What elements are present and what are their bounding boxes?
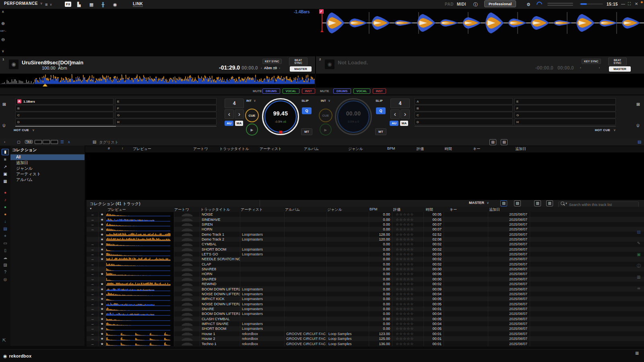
preview-monitor-icon[interactable]: ▢ [17,140,21,144]
load-arrow-icon[interactable]: → [91,257,94,261]
load-arrow-icon[interactable]: → [91,337,94,341]
playlist-icon[interactable]: ≡ [2,157,8,162]
track-star-cell[interactable]: ★ [99,336,106,341]
deck1-beat-jump-size[interactable]: 4 [225,99,244,108]
taglist-column-4[interactable]: アーティスト [260,146,282,152]
deck1-quantize-button[interactable]: Q [302,107,312,114]
track-star-cell[interactable]: ★ [99,306,106,311]
track-row[interactable]: →★SINEWAVE0.00☆☆☆☆☆00:052025/08/07 [87,217,644,222]
load-arrow-icon[interactable]: → [91,227,94,231]
load-arrow-icon[interactable]: → [91,317,94,321]
track-arrow-cell[interactable]: → [87,257,99,261]
star-icon[interactable]: ★ [100,218,103,222]
load-arrow-icon[interactable]: → [91,272,94,276]
rating-stars[interactable]: ☆☆☆☆☆ [396,267,414,271]
track-star-cell[interactable]: ★ [99,296,106,301]
deck2-auto-mode-button[interactable]: AU [390,121,398,126]
deck1-mute-label[interactable]: MUTE [253,89,262,93]
lyrics-icon[interactable]: ▣ [636,252,642,257]
track-arrow-cell[interactable]: → [87,262,99,267]
track-row[interactable]: →★CLASH CYMBAL0.00☆☆☆☆☆00:052025/08/07 [87,317,644,321]
deck1-stem-inst-button[interactable]: INST [302,88,315,94]
sidebar-item-4[interactable]: アルバム [10,177,85,183]
deck1-jog-wheel[interactable]: 99.45 -0.5% ±6 [262,98,299,135]
track-row[interactable]: →★BOOM DOWN LIFTER1Loopmasters0.00☆☆☆☆☆0… [87,311,644,316]
hotcue-slot-E[interactable]: E [115,98,217,105]
tree-title[interactable]: コレクション [10,146,85,154]
taglist-view-2-icon[interactable]: ▤ [501,139,508,145]
taglist-column-3[interactable]: トラックタイトル [219,146,249,152]
deck2-beat-sync-button[interactable]: BEATSYNC [608,58,627,66]
deck2-beat-jump-size[interactable]: 4 [390,99,410,108]
list-view-icon[interactable]: ☰ [60,140,64,144]
rating-stars[interactable]: ☆☆☆☆☆ [396,337,414,341]
star-icon[interactable]: ★ [100,252,103,256]
track-arrow-cell[interactable]: → [87,296,99,301]
track-arrow-cell[interactable]: → [87,321,99,326]
track-row[interactable]: →★HORN0.00☆☆☆☆☆00:072025/08/07 [87,227,644,232]
tag-filter-button[interactable]: TAG [25,140,33,144]
rating-stars[interactable]: ☆☆☆☆☆ [396,287,414,291]
edit-icon[interactable]: ↗ [2,164,8,170]
sidebar-item-1[interactable]: 追加日 [10,160,85,166]
track-row[interactable]: →★House 2rekordboxGROOVE CIRCUIT FACLoop… [87,336,644,341]
track-star-cell[interactable]: ★ [99,217,106,222]
track-arrow-cell[interactable]: → [87,292,99,296]
streaming-music-icon[interactable]: ♪ [2,197,8,203]
sidebar-item-2[interactable]: ジャンル [10,166,85,171]
cloud-icon[interactable]: ☁ [2,255,8,261]
hotcue-slot-F[interactable]: F [514,105,616,111]
track-star-cell[interactable]: ★ [99,227,106,232]
split-view-icon[interactable]: ▥ [546,200,553,206]
load-arrow-icon[interactable]: → [91,327,94,331]
track-star-cell[interactable]: ★ [99,311,106,316]
deck1-track-waveform[interactable] [0,74,315,87]
track-row[interactable]: →★HORN0.00☆☆☆☆☆00:062025/08/07 [87,272,644,276]
hotcue-scrollbar[interactable] [15,126,217,127]
grid-icon[interactable]: ▦ [2,179,8,184]
hotcue-scrollbar[interactable] [415,126,616,127]
load-arrow-icon[interactable]: → [91,342,94,346]
deck1-beat-sync-button[interactable]: BEATSYNC [289,58,308,66]
track-row[interactable]: →CLAP0.00☆☆☆☆☆00:022025/08/07 [87,262,644,267]
track-star-cell[interactable]: ★ [99,222,106,227]
prev-key-icon[interactable]: ‹ [580,66,581,70]
deck2-cue-button[interactable]: CUE [319,109,332,122]
enlarged-waveform-area[interactable]: ∧ ⊕ ABT ‹ ⊖ ∨ -1.4Bars A [0,9,644,56]
track-arrow-cell[interactable]: → [87,212,99,217]
minimize-button[interactable]: — [621,2,625,6]
master-volume-slider[interactable] [580,4,603,4]
view-layout-selector[interactable]: ≡ ∨ [45,1,52,8]
hotcue-slot-E[interactable]: E [514,98,616,105]
star-icon[interactable]: ★ [100,302,103,306]
taglist-body[interactable] [85,152,644,200]
deck1-key-shift-control[interactable]: ‹ Abm ±0 › [261,66,280,70]
track-row[interactable]: →★CYMBAL0.00☆☆☆☆☆00:022025/08/07 [87,242,644,247]
export-icon[interactable]: ▣ [2,171,8,177]
track-row[interactable]: →★SHORT BOOMLoopmasters0.00☆☆☆☆☆00:02202… [87,247,644,252]
deck2-beat-jump-back[interactable]: ‹ [390,109,400,119]
star-icon[interactable]: ★ [100,222,103,226]
wave-collapse-up-icon[interactable]: ∧ [2,10,4,14]
settings-gear-icon[interactable]: ⚙ [526,1,530,8]
track-star-cell[interactable]: ★ [99,257,106,261]
collection-icon[interactable]: ▮ [2,149,9,155]
track-star-cell[interactable]: ★ [99,252,106,257]
info-icon[interactable]: ⓘ [473,1,478,8]
star-icon[interactable]: ★ [100,337,103,341]
track-star-cell[interactable]: ★ [99,341,106,346]
device-icon[interactable]: ▯ [2,248,8,253]
rating-stars[interactable]: ☆☆☆☆☆ [396,242,414,246]
load-arrow-icon[interactable]: → [91,277,94,281]
taglist-view-1-icon[interactable]: ▤ [489,139,496,145]
star-icon[interactable]: ★ [100,272,103,276]
info-panel-icon[interactable]: ▤ [636,229,642,235]
pad-mode-grid-icon[interactable]: ⊞ [2,102,6,107]
waveform-view-icon[interactable]: ψ [636,123,640,128]
rating-stars[interactable]: ☆☆☆☆☆ [396,212,414,216]
load-arrow-icon[interactable]: → [91,222,94,226]
load-arrow-icon[interactable]: → [91,292,94,296]
track-star-cell[interactable]: ★ [99,272,106,276]
track-row[interactable]: →★IMPACT SNARELoopmasters0.00☆☆☆☆☆00:042… [87,321,644,326]
fx-panel-button[interactable]: FX [65,2,71,7]
